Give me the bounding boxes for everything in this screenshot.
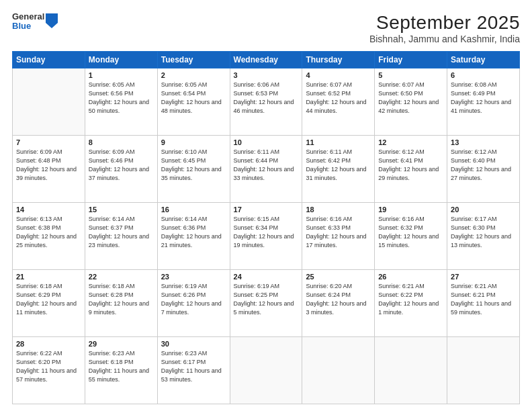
calendar-cell: 25Sunrise: 6:20 AMSunset: 6:24 PMDayligh… (302, 270, 375, 337)
calendar-cell: 14Sunrise: 6:13 AMSunset: 6:38 PMDayligh… (13, 203, 85, 270)
day-number: 3 (234, 71, 299, 79)
calendar-cell: 4Sunrise: 6:07 AMSunset: 6:52 PMDaylight… (302, 68, 375, 136)
day-info: Sunrise: 6:11 AMSunset: 6:44 PMDaylight:… (234, 148, 299, 183)
calendar-cell: 15Sunrise: 6:14 AMSunset: 6:37 PMDayligh… (85, 203, 157, 270)
day-number: 5 (378, 71, 443, 79)
weekday-header-wednesday: Wednesday (230, 52, 302, 68)
day-info: Sunrise: 6:09 AMSunset: 6:46 PMDaylight:… (89, 148, 154, 183)
day-info: Sunrise: 6:18 AMSunset: 6:29 PMDaylight:… (16, 282, 81, 317)
weekday-header-friday: Friday (375, 52, 447, 68)
day-info: Sunrise: 6:23 AMSunset: 6:17 PMDaylight:… (161, 349, 226, 384)
day-number: 2 (161, 71, 226, 79)
day-number: 21 (16, 273, 81, 281)
day-number: 6 (451, 71, 516, 79)
main-title: September 2025 (369, 12, 520, 34)
day-info: Sunrise: 6:20 AMSunset: 6:24 PMDaylight:… (306, 282, 371, 317)
calendar-cell (375, 337, 447, 404)
calendar-cell: 24Sunrise: 6:19 AMSunset: 6:25 PMDayligh… (230, 270, 302, 337)
day-number: 25 (306, 273, 371, 281)
calendar-cell (302, 337, 375, 404)
day-number: 22 (89, 273, 154, 281)
day-number: 13 (451, 138, 516, 146)
week-row-4: 21Sunrise: 6:18 AMSunset: 6:29 PMDayligh… (13, 270, 520, 337)
day-number: 12 (378, 138, 443, 146)
day-info: Sunrise: 6:11 AMSunset: 6:42 PMDaylight:… (306, 148, 371, 183)
day-number: 10 (234, 138, 299, 146)
day-info: Sunrise: 6:07 AMSunset: 6:50 PMDaylight:… (378, 81, 443, 116)
calendar-cell: 5Sunrise: 6:07 AMSunset: 6:50 PMDaylight… (375, 68, 447, 136)
day-info: Sunrise: 6:12 AMSunset: 6:41 PMDaylight:… (378, 148, 443, 183)
calendar-cell: 17Sunrise: 6:15 AMSunset: 6:34 PMDayligh… (230, 203, 302, 270)
day-info: Sunrise: 6:16 AMSunset: 6:33 PMDaylight:… (306, 215, 371, 250)
day-number: 29 (89, 340, 154, 348)
logo-general: General (12, 12, 44, 21)
calendar-cell: 29Sunrise: 6:23 AMSunset: 6:18 PMDayligh… (85, 337, 157, 404)
calendar-cell: 21Sunrise: 6:18 AMSunset: 6:29 PMDayligh… (13, 270, 85, 337)
calendar-cell: 12Sunrise: 6:12 AMSunset: 6:41 PMDayligh… (375, 136, 447, 203)
week-row-3: 14Sunrise: 6:13 AMSunset: 6:38 PMDayligh… (13, 203, 520, 270)
calendar-cell: 16Sunrise: 6:14 AMSunset: 6:36 PMDayligh… (157, 203, 230, 270)
calendar-cell (230, 337, 302, 404)
logo-icon (46, 13, 58, 28)
day-info: Sunrise: 6:13 AMSunset: 6:38 PMDaylight:… (16, 215, 81, 250)
header: General Blue September 2025 Bishnah, Jam… (12, 12, 520, 44)
logo: General Blue (12, 12, 58, 32)
day-info: Sunrise: 6:06 AMSunset: 6:53 PMDaylight:… (234, 81, 299, 116)
svg-marker-0 (46, 13, 58, 28)
day-info: Sunrise: 6:05 AMSunset: 6:56 PMDaylight:… (89, 81, 154, 116)
header-row: SundayMondayTuesdayWednesdayThursdayFrid… (13, 52, 520, 68)
weekday-header-saturday: Saturday (447, 52, 520, 68)
week-row-5: 28Sunrise: 6:22 AMSunset: 6:20 PMDayligh… (13, 337, 520, 404)
day-info: Sunrise: 6:17 AMSunset: 6:30 PMDaylight:… (451, 215, 516, 250)
day-info: Sunrise: 6:14 AMSunset: 6:36 PMDaylight:… (161, 215, 226, 250)
day-number: 30 (161, 340, 226, 348)
day-number: 1 (89, 71, 154, 79)
calendar-cell (13, 68, 85, 136)
day-info: Sunrise: 6:07 AMSunset: 6:52 PMDaylight:… (306, 81, 371, 116)
calendar-cell (447, 337, 520, 404)
day-number: 9 (161, 138, 226, 146)
day-number: 4 (306, 71, 371, 79)
weekday-header-thursday: Thursday (302, 52, 375, 68)
calendar-table: SundayMondayTuesdayWednesdayThursdayFrid… (12, 51, 520, 404)
calendar-cell: 27Sunrise: 6:21 AMSunset: 6:21 PMDayligh… (447, 270, 520, 337)
calendar-cell: 26Sunrise: 6:21 AMSunset: 6:22 PMDayligh… (375, 270, 447, 337)
week-row-1: 1Sunrise: 6:05 AMSunset: 6:56 PMDaylight… (13, 68, 520, 136)
day-info: Sunrise: 6:14 AMSunset: 6:37 PMDaylight:… (89, 215, 154, 250)
day-info: Sunrise: 6:09 AMSunset: 6:48 PMDaylight:… (16, 148, 81, 183)
calendar-cell: 8Sunrise: 6:09 AMSunset: 6:46 PMDaylight… (85, 136, 157, 203)
calendar-cell: 2Sunrise: 6:05 AMSunset: 6:54 PMDaylight… (157, 68, 230, 136)
day-number: 24 (234, 273, 299, 281)
weekday-header-sunday: Sunday (13, 52, 85, 68)
day-info: Sunrise: 6:10 AMSunset: 6:45 PMDaylight:… (161, 148, 226, 183)
logo-text: General Blue (12, 12, 44, 32)
day-info: Sunrise: 6:16 AMSunset: 6:32 PMDaylight:… (378, 215, 443, 250)
day-info: Sunrise: 6:12 AMSunset: 6:40 PMDaylight:… (451, 148, 516, 183)
day-number: 27 (451, 273, 516, 281)
day-number: 18 (306, 205, 371, 214)
day-info: Sunrise: 6:19 AMSunset: 6:26 PMDaylight:… (161, 282, 226, 317)
day-number: 19 (378, 205, 443, 214)
day-number: 7 (16, 138, 81, 146)
day-number: 23 (161, 273, 226, 281)
calendar-cell: 28Sunrise: 6:22 AMSunset: 6:20 PMDayligh… (13, 337, 85, 404)
calendar-cell: 20Sunrise: 6:17 AMSunset: 6:30 PMDayligh… (447, 203, 520, 270)
calendar-cell: 7Sunrise: 6:09 AMSunset: 6:48 PMDaylight… (13, 136, 85, 203)
calendar-cell: 3Sunrise: 6:06 AMSunset: 6:53 PMDaylight… (230, 68, 302, 136)
day-number: 26 (378, 273, 443, 281)
calendar-cell: 30Sunrise: 6:23 AMSunset: 6:17 PMDayligh… (157, 337, 230, 404)
week-row-2: 7Sunrise: 6:09 AMSunset: 6:48 PMDaylight… (13, 136, 520, 203)
day-info: Sunrise: 6:15 AMSunset: 6:34 PMDaylight:… (234, 215, 299, 250)
day-info: Sunrise: 6:21 AMSunset: 6:21 PMDaylight:… (451, 282, 516, 317)
subtitle: Bishnah, Jammu and Kashmir, India (369, 34, 520, 44)
day-info: Sunrise: 6:08 AMSunset: 6:49 PMDaylight:… (451, 81, 516, 116)
day-info: Sunrise: 6:18 AMSunset: 6:28 PMDaylight:… (89, 282, 154, 317)
calendar-cell: 6Sunrise: 6:08 AMSunset: 6:49 PMDaylight… (447, 68, 520, 136)
day-info: Sunrise: 6:22 AMSunset: 6:20 PMDaylight:… (16, 349, 81, 384)
page: General Blue September 2025 Bishnah, Jam… (0, 0, 532, 411)
calendar-cell: 19Sunrise: 6:16 AMSunset: 6:32 PMDayligh… (375, 203, 447, 270)
weekday-header-tuesday: Tuesday (157, 52, 230, 68)
day-number: 17 (234, 205, 299, 214)
calendar-cell: 18Sunrise: 6:16 AMSunset: 6:33 PMDayligh… (302, 203, 375, 270)
day-number: 28 (16, 340, 81, 348)
